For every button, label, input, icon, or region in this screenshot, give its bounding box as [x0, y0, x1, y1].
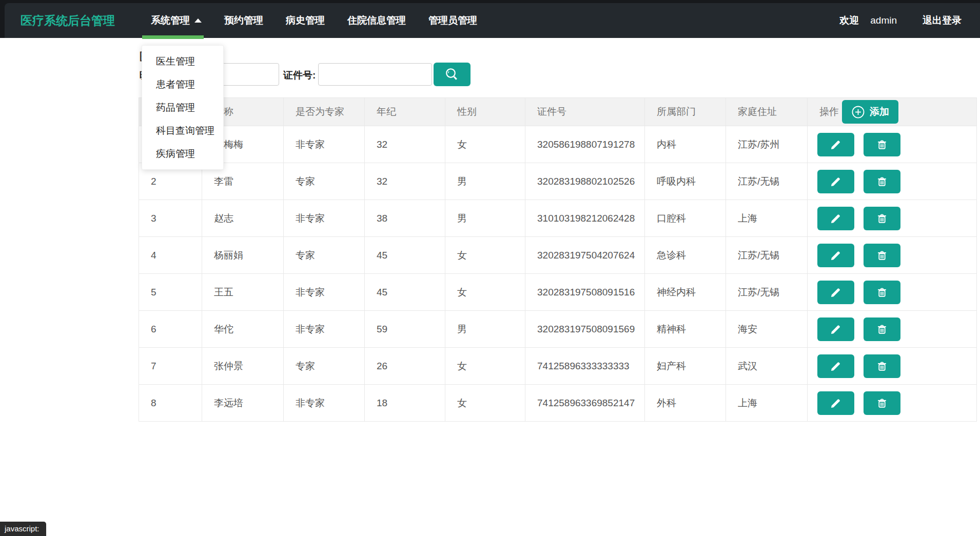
pencil-icon	[829, 323, 842, 336]
cell-dept: 妇产科	[645, 348, 726, 385]
cell-address: 江苏/无锡	[726, 163, 808, 200]
cell-age: 26	[365, 348, 445, 385]
cell-address: 上海	[726, 385, 808, 422]
system-menu-dropdown: 医生管理患者管理药品管理科目查询管理疾病管理	[142, 45, 224, 170]
cell-expert: 非专家	[284, 385, 365, 422]
edit-button[interactable]	[817, 244, 854, 267]
edit-button[interactable]	[817, 207, 854, 230]
cell-expert: 非专家	[284, 311, 365, 348]
cell-actions	[808, 385, 977, 422]
delete-button[interactable]	[864, 207, 900, 230]
menu-item-drug-management[interactable]: 药品管理	[142, 96, 223, 119]
table-row: 8李远培非专家18女741258963369852147外科上海	[139, 385, 977, 422]
cell-gender: 男	[445, 200, 525, 237]
pencil-icon	[829, 396, 842, 410]
menu-item-subject-query-management[interactable]: 科目查询管理	[142, 119, 223, 142]
menu-item-patient-management[interactable]: 患者管理	[142, 73, 223, 96]
delete-button[interactable]	[864, 133, 900, 156]
cell-age: 59	[365, 311, 445, 348]
table-row: 1王梅梅非专家32女320586198807191278内科江苏/苏州	[139, 126, 977, 163]
cell-address: 江苏/无锡	[726, 274, 808, 311]
nav-item-system[interactable]: 系统管理	[151, 14, 202, 27]
cell-cert: 320283197508091516	[525, 274, 645, 311]
active-nav-indicator	[142, 35, 204, 39]
cell-cert: 320283197508091569	[525, 311, 645, 348]
nav-item-inpatient-info[interactable]: 住院信息管理	[347, 14, 406, 27]
col-header-expert: 是否为专家	[284, 98, 365, 126]
cell-gender: 女	[445, 237, 525, 274]
cell-actions	[808, 348, 977, 385]
pencil-icon	[829, 138, 842, 151]
cell-age: 45	[365, 237, 445, 274]
nav-item-medical-history[interactable]: 病史管理	[286, 14, 325, 27]
cell-cert: 310103198212062428	[525, 200, 645, 237]
cell-address: 上海	[726, 200, 808, 237]
cert-search-input[interactable]	[318, 63, 432, 86]
col-header-address: 家庭住址	[726, 98, 808, 126]
app-brand[interactable]: 医疗系统后台管理	[21, 3, 115, 38]
cell-dept: 外科	[645, 385, 726, 422]
delete-button[interactable]	[864, 170, 900, 193]
trash-icon	[875, 212, 889, 225]
cell-name: 赵志	[202, 200, 284, 237]
cell-cert: 74125896333333333	[525, 348, 645, 385]
search-button[interactable]	[434, 63, 471, 86]
menu-item-disease-management[interactable]: 疾病管理	[142, 142, 223, 165]
table-row: 6华佗非专家59男320283197508091569精神科海安	[139, 311, 977, 348]
cell-dept: 呼吸内科	[645, 163, 726, 200]
trash-icon	[875, 360, 889, 373]
cell-gender: 女	[445, 126, 525, 163]
col-header-age: 年纪	[365, 98, 445, 126]
nav-item-admin[interactable]: 管理员管理	[428, 14, 477, 27]
cell-id: 4	[139, 237, 202, 274]
actions-column-header: 操作 添加	[808, 98, 977, 126]
cell-gender: 男	[445, 163, 525, 200]
edit-button[interactable]	[817, 391, 854, 415]
cell-expert: 专家	[284, 237, 365, 274]
cell-id: 8	[139, 385, 202, 422]
delete-button[interactable]	[864, 391, 900, 415]
col-header-dept: 所属部门	[645, 98, 726, 126]
col-header-cert: 证件号	[525, 98, 645, 126]
edit-button[interactable]	[817, 133, 854, 156]
add-button[interactable]: 添加	[842, 100, 898, 124]
delete-button[interactable]	[864, 281, 900, 304]
add-button-label: 添加	[870, 105, 889, 118]
status-bar-link-preview: javascript:	[0, 522, 46, 536]
caret-up-icon	[194, 18, 202, 23]
pencil-icon	[829, 249, 842, 262]
cell-name: 华佗	[202, 311, 284, 348]
nav-item-label: 预约管理	[224, 14, 263, 27]
cell-gender: 女	[445, 348, 525, 385]
cell-age: 45	[365, 274, 445, 311]
nav-item-label: 系统管理	[151, 14, 190, 27]
delete-button[interactable]	[864, 317, 900, 341]
username: admin	[870, 15, 897, 26]
cell-gender: 女	[445, 274, 525, 311]
edit-button[interactable]	[817, 354, 854, 378]
logout-link[interactable]: 退出登录	[923, 14, 962, 27]
edit-button[interactable]	[817, 281, 854, 304]
cell-cert: 320283198802102526	[525, 163, 645, 200]
cell-actions	[808, 311, 977, 348]
edit-button[interactable]	[817, 317, 854, 341]
delete-button[interactable]	[864, 354, 900, 378]
table-header-row: 编号昵称是否为专家年纪性别证件号所属部门家庭住址 操作 添加	[139, 98, 977, 126]
doctors-table: 编号昵称是否为专家年纪性别证件号所属部门家庭住址 操作 添加	[139, 97, 977, 422]
cell-address: 江苏/无锡	[726, 237, 808, 274]
user-area: 欢迎 admin 退出登录	[839, 3, 962, 38]
table-row: 3赵志非专家38男310103198212062428口腔科上海	[139, 200, 977, 237]
cell-actions	[808, 237, 977, 274]
cell-expert: 专家	[284, 163, 365, 200]
trash-icon	[875, 286, 889, 299]
cell-id: 7	[139, 348, 202, 385]
edit-button[interactable]	[817, 170, 854, 193]
cell-age: 38	[365, 200, 445, 237]
cell-name: 张仲景	[202, 348, 284, 385]
menu-item-doctor-management[interactable]: 医生管理	[142, 50, 223, 73]
cell-dept: 神经内科	[645, 274, 726, 311]
nav-item-appointment[interactable]: 预约管理	[224, 14, 263, 27]
trash-icon	[875, 396, 889, 410]
cell-expert: 非专家	[284, 200, 365, 237]
delete-button[interactable]	[864, 244, 900, 267]
